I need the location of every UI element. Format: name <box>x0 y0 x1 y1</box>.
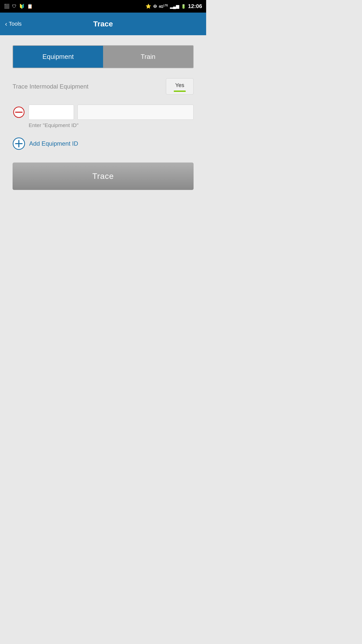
main-content: Equipment Train Trace Intermodal Equipme… <box>0 35 206 200</box>
add-icon <box>13 137 25 150</box>
clipboard-icon: 📋 <box>27 4 33 9</box>
shield-alt-icon: 🛡 <box>12 4 17 9</box>
add-equipment-label: Add Equipment ID <box>29 140 78 147</box>
shield-icon: 🔰 <box>19 4 25 9</box>
lte-icon: 4GLTE <box>159 4 168 9</box>
toggle-row: Trace Intermodal Equipment Yes <box>13 78 194 95</box>
back-button[interactable]: ‹ Tools <box>5 20 22 28</box>
battery-icon: 🔋 <box>181 4 186 9</box>
intermodal-toggle[interactable]: Yes <box>166 78 194 95</box>
status-icons-right: ⭐ ⊖ 4GLTE ▂▄▆ 🔋 12:06 <box>146 3 202 10</box>
bluetooth-icon: ⭐ <box>146 4 151 9</box>
tab-equipment[interactable]: Equipment <box>13 46 103 68</box>
status-bar: ⬛ 🛡 🔰 📋 ⭐ ⊖ 4GLTE ▂▄▆ 🔋 12:06 <box>0 0 206 13</box>
tab-switcher: Equipment Train <box>13 45 194 68</box>
nav-bar: ‹ Tools Trace <box>0 13 206 35</box>
toggle-label: Trace Intermodal Equipment <box>13 83 88 90</box>
toggle-value: Yes <box>174 82 186 89</box>
back-label: Tools <box>9 21 22 27</box>
equipment-id-row <box>13 105 194 120</box>
status-icons-left: ⬛ 🛡 🔰 📋 <box>4 4 33 9</box>
minus-circle-icon: ⊖ <box>153 4 157 9</box>
equipment-prefix-input[interactable] <box>29 105 74 120</box>
trace-button[interactable]: Trace <box>13 163 194 190</box>
equipment-hint: Enter "Equipment ID" <box>29 122 194 128</box>
page-title: Trace <box>93 20 113 28</box>
time-display: 12:06 <box>188 3 202 10</box>
add-equipment-row[interactable]: Add Equipment ID <box>13 137 194 150</box>
remove-equipment-button[interactable] <box>13 106 25 118</box>
signal-icon: ▂▄▆ <box>170 4 179 9</box>
toggle-indicator <box>174 91 186 92</box>
back-arrow-icon: ‹ <box>5 20 7 28</box>
image-icon: ⬛ <box>4 4 10 9</box>
tab-train[interactable]: Train <box>103 46 193 68</box>
equipment-number-input[interactable] <box>77 105 194 120</box>
